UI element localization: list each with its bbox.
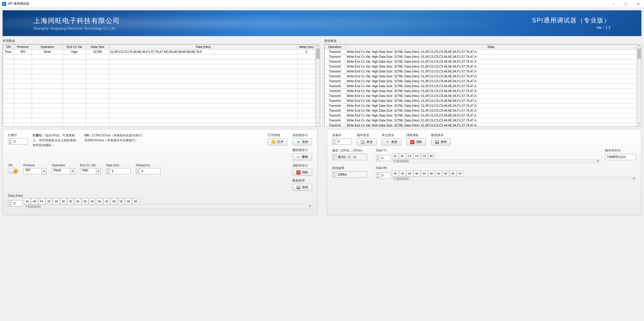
clear-all-button[interactable]: ✕清除 xyxy=(292,169,312,176)
table-row[interactable] xyxy=(3,98,316,103)
table-row[interactable]: TransmitWrite End Cs Val: High Data Size… xyxy=(324,74,637,79)
hex-cell[interactable]: C0 xyxy=(406,153,413,159)
hex-cell[interactable]: 00 xyxy=(111,199,117,204)
hex-cell[interactable]: 46 xyxy=(428,153,435,159)
delay-spinner[interactable]: ▲▼ xyxy=(136,168,161,174)
hex-cell[interactable]: 00 xyxy=(392,171,399,176)
recv-scrollbar[interactable]: ▲ ▼ xyxy=(637,44,641,126)
hex-cell[interactable]: FF xyxy=(38,199,45,204)
hex-cell[interactable]: 0A xyxy=(31,199,38,204)
table-row[interactable] xyxy=(3,64,316,69)
open-button[interactable]: 打开 xyxy=(268,138,287,145)
maximize-button[interactable]: ☐ xyxy=(622,2,630,6)
table-row[interactable]: TransmitWrite End Cs Val: High Data Size… xyxy=(324,59,637,64)
table-row[interactable] xyxy=(3,108,316,113)
datarx-scrollbar[interactable]: ◀▶ xyxy=(392,177,636,180)
table-row[interactable] xyxy=(3,59,316,64)
datatx-boxes[interactable]: 010FC0C5C546 xyxy=(392,153,600,159)
hex-cell[interactable]: 00 xyxy=(118,199,124,204)
send-table[interactable]: ONProtocolOperationEnd Cs ValData SizeDa… xyxy=(3,44,316,126)
operation-combo[interactable]: Read▼ xyxy=(52,168,75,174)
minimize-button[interactable]: ─ xyxy=(610,2,617,6)
hex-cell[interactable]: 00 xyxy=(125,199,132,204)
datahex-boxes[interactable]: 400AFF00000000000000000000000000 xyxy=(24,199,312,204)
save-recv-button[interactable]: 保存 xyxy=(431,138,451,145)
table-row[interactable]: TransmitWrite End Cs Val: High Data Size… xyxy=(324,94,637,98)
hex-cell[interactable]: 40 xyxy=(24,199,31,204)
datasize-spinner[interactable]: ▲▼ xyxy=(106,168,131,174)
hex-cell[interactable]: 00 xyxy=(406,171,413,176)
delete-row-button[interactable]: ━删除 xyxy=(292,153,312,160)
table-row[interactable] xyxy=(3,84,316,89)
hex-cell[interactable]: 00 xyxy=(74,199,81,204)
add-row-button[interactable]: ✚添加 xyxy=(292,138,312,145)
once-send-button[interactable]: ⬇发送 xyxy=(382,138,401,145)
table-row[interactable] xyxy=(3,103,316,108)
datatx-scrollbar[interactable]: ◀▶ xyxy=(392,159,600,163)
table-row[interactable]: TransmitWrite End Cs Val: High Data Size… xyxy=(324,118,637,123)
hex-cell[interactable]: 00 xyxy=(67,199,74,204)
hex-cell[interactable]: 00 xyxy=(46,199,52,204)
hex-cell[interactable]: C5 xyxy=(414,153,420,159)
row-index-spinner[interactable]: ▲▼ xyxy=(8,138,28,145)
table-row[interactable]: TransmitWrite End Cs Val: High Data Size… xyxy=(324,89,637,94)
hex-cell[interactable]: 00 xyxy=(428,171,435,176)
hex-cell[interactable]: 00 xyxy=(96,199,103,204)
hex-cell[interactable]: 00 xyxy=(457,171,464,176)
table-row[interactable]: TransmitWrite End Cs Val: High Data Size… xyxy=(324,123,637,127)
table-row[interactable]: TransmitWrite End Cs Val: High Data Size… xyxy=(324,98,637,103)
table-row[interactable] xyxy=(3,89,316,94)
hex-cell[interactable]: 01 xyxy=(392,153,399,159)
table-row[interactable]: TransmitWrite End Cs Val: High Data Size… xyxy=(324,108,637,113)
table-row[interactable]: TransmitWrite End Cs Val: High Data Size… xyxy=(324,79,637,84)
protocol-combo[interactable]: SPI▼ xyxy=(23,168,47,174)
table-row[interactable]: TransmitWrite End Cs Val: High Data Size… xyxy=(324,84,637,89)
table-row[interactable]: TransmitWrite End Cs Val: High Data Size… xyxy=(324,54,637,59)
row-index-input[interactable] xyxy=(12,138,28,145)
hex-cell[interactable]: 00 xyxy=(132,199,139,204)
hex-cell[interactable]: 00 xyxy=(442,171,449,176)
delay-input[interactable] xyxy=(140,168,161,174)
endcs-combo[interactable]: High▼ xyxy=(80,168,101,174)
datatx-index-spinner[interactable]: ▲▼ xyxy=(376,155,390,161)
hwsn-input[interactable] xyxy=(605,154,636,160)
table-row[interactable] xyxy=(3,123,316,127)
datahex-index-spinner[interactable]: ▲▼ xyxy=(8,200,22,207)
table-row[interactable]: TransmitWrite End Cs Val: High Data Size… xyxy=(324,69,637,74)
hex-cell[interactable]: C5 xyxy=(421,153,428,159)
table-row[interactable] xyxy=(3,79,316,84)
on-toggle[interactable] xyxy=(8,168,18,174)
table-row[interactable] xyxy=(3,69,316,74)
close-button[interactable]: ✕ xyxy=(635,2,642,6)
clock-spinner[interactable]: ▲▼20Mhz xyxy=(332,171,371,178)
table-row[interactable]: TransmitWrite End Cs Val: High Data Size… xyxy=(324,113,637,118)
hex-cell[interactable]: 00 xyxy=(435,171,442,176)
table-row[interactable]: True.SPIWriteHigh3276601,0F,C0,C5,C5,46,… xyxy=(3,50,316,54)
recv-table[interactable]: OperationData TransmitWrite End Cs Val: … xyxy=(324,44,637,126)
datahex-scrollbar[interactable]: ◀▶ xyxy=(24,205,312,208)
table-row[interactable]: TransmitWrite End Cs Val: High Data Size… xyxy=(324,64,637,69)
hex-cell[interactable]: 00 xyxy=(399,171,406,176)
table-row[interactable] xyxy=(3,113,316,118)
hex-cell[interactable]: 00 xyxy=(60,199,67,204)
hex-cell[interactable]: 00 xyxy=(89,199,96,204)
mode-spinner[interactable]: ▲▼模式0（0，0） xyxy=(332,154,371,160)
device-id-spinner[interactable]: ▲▼ xyxy=(332,138,352,145)
hex-cell[interactable]: 00 xyxy=(53,199,60,204)
hex-cell[interactable]: 00 xyxy=(421,171,428,176)
hex-cell[interactable]: 00 xyxy=(103,199,110,204)
datasize-input[interactable] xyxy=(110,168,131,174)
hex-cell[interactable]: 0F xyxy=(399,153,406,159)
table-row[interactable] xyxy=(3,54,316,59)
clear-recv-button[interactable]: ✕清除 xyxy=(406,138,426,145)
table-row[interactable]: TransmitWrite End Cs Val: High Data Size… xyxy=(324,50,637,54)
table-row[interactable]: TransmitWrite End Cs Val: High Data Size… xyxy=(324,103,637,108)
datarx-boxes[interactable]: 00000000000000000000 xyxy=(392,171,636,176)
hex-cell[interactable]: 00 xyxy=(414,171,420,176)
loop-send-button[interactable]: 🔄发送 xyxy=(357,138,377,145)
table-row[interactable] xyxy=(3,94,316,98)
table-row[interactable] xyxy=(3,74,316,79)
table-row[interactable] xyxy=(3,118,316,123)
hex-cell[interactable]: 00 xyxy=(450,171,456,176)
datarx-index-spinner[interactable]: ▲▼ xyxy=(376,172,390,179)
